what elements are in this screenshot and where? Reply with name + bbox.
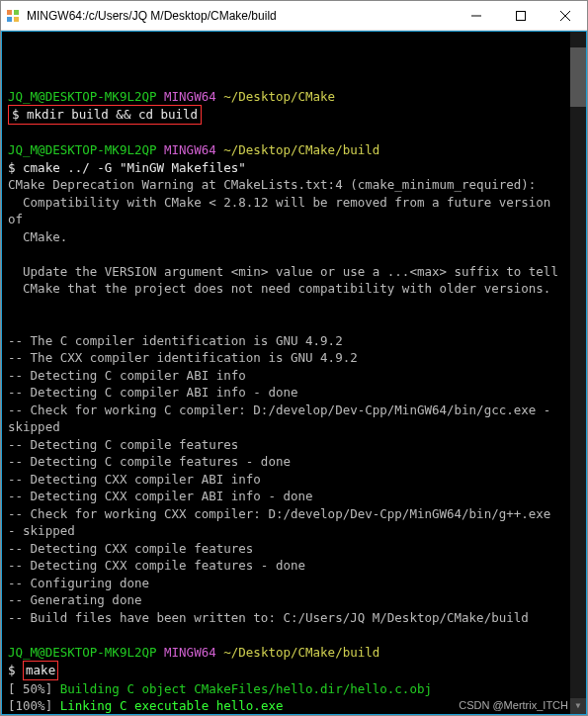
output-line: -- Check for working CXX compiler: D:/de… <box>8 506 558 539</box>
output-line: -- Detecting CXX compiler ABI info <box>8 472 261 487</box>
output-line: Update the VERSION argument <min> value … <box>8 264 558 279</box>
prompt-path: ~/Desktop/CMake <box>223 89 335 104</box>
svg-rect-5 <box>516 11 525 20</box>
close-button[interactable] <box>543 1 587 30</box>
prompt-shell: MINGW64 <box>164 142 216 157</box>
cmd-make: make <box>26 663 55 677</box>
output-line: Compatibility with CMake < 2.8.12 will b… <box>8 195 558 227</box>
terminal-content: JQ_M@DESKTOP-MK9L2QP MINGW64 ~/Desktop/C… <box>8 70 564 715</box>
output-line: -- Detecting CXX compiler ABI info - don… <box>8 489 313 503</box>
prompt-user: JQ_M@DESKTOP-MK9L2QP <box>8 142 157 157</box>
output-line: -- Detecting C compiler ABI info - done <box>8 385 298 400</box>
output-line: -- Detecting CXX compile features - done <box>8 558 305 573</box>
window: MINGW64:/c/Users/JQ M/Desktop/CMake/buil… <box>0 0 588 716</box>
prompt-user: JQ_M@DESKTOP-MK9L2QP <box>8 645 157 660</box>
minimize-button[interactable] <box>454 1 498 30</box>
output-line: CMake Deprecation Warning at CMakeLists.… <box>8 177 536 192</box>
output-line: -- Generating done <box>8 592 141 607</box>
output-line: -- Check for working C compiler: D:/deve… <box>8 403 558 435</box>
window-controls <box>454 1 587 30</box>
output-line: -- Detecting CXX compile features <box>8 541 253 556</box>
cmd-cmake: $ cmake ../ -G "MinGW Makefiles" <box>8 160 246 175</box>
prompt-path: ~/Desktop/CMake/build <box>223 645 379 660</box>
output-line: [100%] <box>8 698 60 713</box>
cmd-mkdir: $ mkdir build && cd build <box>12 107 198 122</box>
scroll-thumb[interactable] <box>570 47 586 107</box>
output-line: CMake. <box>8 229 67 244</box>
app-icon <box>1 9 25 23</box>
output-line: [ 50%] <box>8 681 60 696</box>
scrollbar[interactable]: ▲ ▼ <box>570 32 586 714</box>
svg-rect-2 <box>7 17 12 22</box>
prompt-shell: MINGW64 <box>164 89 216 104</box>
output-line: -- Detecting C compile features - done <box>8 454 291 469</box>
watermark: CSDN @Mertrix_ITCH <box>459 698 568 713</box>
prompt-shell: MINGW64 <box>164 645 216 660</box>
output-line: -- Detecting C compiler ABI info <box>8 368 246 383</box>
output-line: -- Configuring done <box>8 576 149 590</box>
svg-rect-1 <box>14 10 19 15</box>
annotation-box-mkdir: $ mkdir build && cd build <box>8 105 202 125</box>
svg-rect-0 <box>7 10 12 15</box>
scroll-down-icon[interactable]: ▼ <box>570 698 586 714</box>
window-title: MINGW64:/c/Users/JQ M/Desktop/CMake/buil… <box>25 9 454 23</box>
output-line: CMake that the project does not need com… <box>8 281 550 296</box>
output-line: Building C object CMakeFiles/hello.dir/h… <box>60 681 432 696</box>
prompt-path: ~/Desktop/CMake/build <box>223 142 379 157</box>
output-line: -- The C compiler identification is GNU … <box>8 333 343 348</box>
terminal[interactable]: JQ_M@DESKTOP-MK9L2QP MINGW64 ~/Desktop/C… <box>1 31 587 715</box>
cmd-prefix: $ <box>8 663 23 677</box>
annotation-box-make: make <box>23 661 58 680</box>
prompt-user: JQ_M@DESKTOP-MK9L2QP <box>8 89 157 104</box>
svg-rect-3 <box>14 17 19 22</box>
output-line: -- Detecting C compile features <box>8 437 238 452</box>
output-line: -- The CXX compiler identification is GN… <box>8 350 358 365</box>
output-line: Linking C executable hello.exe <box>60 698 284 713</box>
titlebar: MINGW64:/c/Users/JQ M/Desktop/CMake/buil… <box>1 1 587 31</box>
maximize-button[interactable] <box>498 1 543 30</box>
output-line: -- Build files have been written to: C:/… <box>8 610 529 625</box>
